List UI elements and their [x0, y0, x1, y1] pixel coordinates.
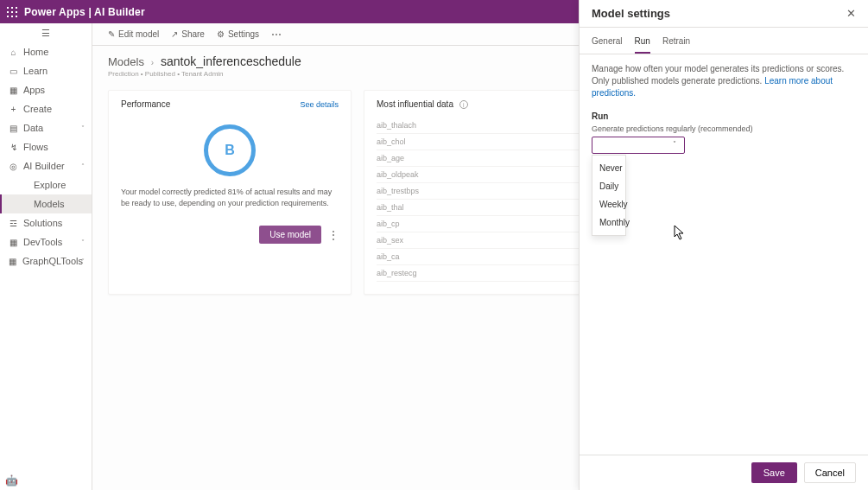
chevron-icon: ˅: [81, 258, 85, 265]
nav-item-data[interactable]: ▤Data˅: [0, 118, 92, 137]
tab-retrain[interactable]: Retrain: [662, 36, 690, 54]
chevron-icon: ˄: [81, 162, 85, 170]
svg-rect-0: [7, 7, 9, 9]
settings-button[interactable]: ⚙Settings: [217, 29, 259, 39]
run-section-label: Run: [592, 111, 856, 121]
svg-rect-8: [16, 16, 17, 17]
breadcrumb-root[interactable]: Models: [108, 55, 144, 68]
nav-item-graphqltools[interactable]: ▦GraphQLTools˅: [0, 251, 92, 270]
nav-item-explore[interactable]: Explore: [0, 175, 92, 194]
pencil-icon: ✎: [108, 29, 115, 39]
save-button[interactable]: Save: [751, 462, 797, 483]
nav-item-devtools[interactable]: ▦DevTools˅: [0, 232, 92, 251]
more-commands-button[interactable]: ⋯: [271, 29, 282, 41]
panel-title: Model settings: [592, 7, 670, 20]
nav-item-solutions[interactable]: ☲Solutions: [0, 213, 92, 232]
more-actions-button[interactable]: ⋮: [328, 229, 339, 241]
performance-card: Performance See details B Your model cor…: [108, 90, 352, 295]
nav-label: Solutions: [23, 218, 62, 228]
svg-rect-3: [7, 11, 9, 13]
svg-rect-6: [7, 16, 9, 17]
svg-rect-7: [11, 16, 13, 17]
nav-label: Home: [23, 47, 48, 57]
nav-label: Models: [34, 199, 64, 209]
option-monthly[interactable]: Monthly: [592, 213, 625, 232]
nav-label: AI Builder: [23, 161, 65, 171]
option-never[interactable]: Never: [592, 159, 625, 177]
nav-item-home[interactable]: ⌂Home: [0, 42, 92, 61]
chatbot-icon[interactable]: 🤖: [5, 474, 18, 487]
breadcrumb-current: santok_inferenceschedule: [161, 54, 301, 68]
panel-tabs: GeneralRunRetrain: [580, 28, 868, 54]
performance-description: Your model correctly predicted 81% of ac…: [121, 187, 339, 208]
grade-badge: B: [204, 124, 256, 176]
svg-rect-2: [16, 7, 17, 9]
nav-item-models[interactable]: Models: [0, 194, 92, 213]
app-title: Power Apps | AI Builder: [24, 6, 145, 18]
nav-icon: ◎: [9, 162, 18, 171]
use-model-button[interactable]: Use model: [259, 226, 321, 244]
chevron-icon: ˅: [81, 124, 85, 132]
waffle-icon[interactable]: [0, 7, 24, 17]
close-icon[interactable]: ✕: [846, 7, 856, 20]
tab-run[interactable]: Run: [635, 36, 650, 54]
svg-rect-1: [11, 7, 13, 9]
nav-icon: ▦: [9, 86, 18, 95]
chevron-icon: ˅: [81, 239, 85, 246]
frequency-dropdown[interactable]: ˅ NeverDailyWeeklyMonthly: [592, 137, 856, 154]
share-icon: ↗: [171, 29, 178, 39]
nav-label: Flows: [23, 142, 48, 152]
svg-rect-5: [16, 11, 17, 13]
nav-item-ai-builder[interactable]: ◎AI Builder˄: [0, 156, 92, 175]
tab-general[interactable]: General: [592, 36, 623, 54]
gear-icon: ⚙: [217, 29, 225, 39]
edit-model-button[interactable]: ✎Edit model: [108, 29, 159, 39]
panel-description: Manage how often your model generates it…: [592, 63, 856, 99]
nav-label: Create: [23, 104, 52, 114]
frequency-dropdown-menu: NeverDailyWeeklyMonthly: [592, 155, 626, 236]
nav-icon: ⌂: [9, 48, 18, 57]
info-icon[interactable]: i: [459, 100, 468, 109]
share-button[interactable]: ↗Share: [171, 29, 205, 39]
nav-label: Learn: [23, 66, 48, 76]
nav-icon: ▦: [9, 257, 17, 266]
nav-item-create[interactable]: +Create: [0, 99, 92, 118]
option-daily[interactable]: Daily: [592, 177, 625, 195]
nav-label: Data: [23, 123, 43, 133]
nav-label: DevTools: [23, 237, 62, 247]
nav-item-flows[interactable]: ↯Flows: [0, 137, 92, 156]
nav-label: Apps: [23, 85, 45, 95]
nav-icon: +: [9, 105, 18, 114]
side-nav: ☰ ⌂Home▭Learn▦Apps+Create▤Data˅↯Flows◎AI…: [0, 23, 92, 490]
frequency-field-label: Generate predictions regularly (recommen…: [592, 124, 856, 133]
performance-title: Performance: [121, 99, 170, 109]
nav-icon: ↯: [9, 143, 18, 152]
model-settings-panel: Model settings ✕ GeneralRunRetrain Manag…: [579, 0, 868, 490]
nav-icon: ▦: [9, 238, 18, 247]
nav-icon: ☲: [9, 219, 18, 228]
hamburger-icon[interactable]: ☰: [0, 23, 92, 42]
nav-icon: ▤: [9, 124, 18, 133]
svg-rect-4: [11, 11, 13, 13]
nav-item-apps[interactable]: ▦Apps: [0, 80, 92, 99]
nav-label: GraphQLTools: [22, 256, 83, 266]
influential-title: Most influential data: [377, 99, 453, 109]
see-details-link[interactable]: See details: [300, 100, 339, 109]
cancel-button[interactable]: Cancel: [804, 462, 856, 483]
option-weekly[interactable]: Weekly: [592, 195, 625, 213]
nav-item-learn[interactable]: ▭Learn: [0, 61, 92, 80]
nav-label: Explore: [34, 180, 66, 190]
nav-icon: ▭: [9, 67, 18, 76]
